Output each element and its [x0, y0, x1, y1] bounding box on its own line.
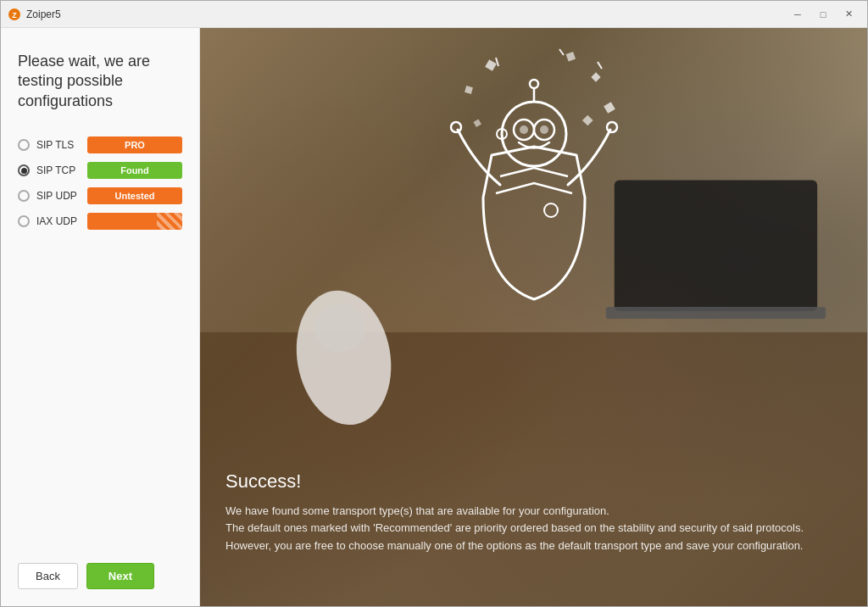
back-button[interactable]: Back — [18, 563, 78, 589]
success-text-3: However, you are free to choose manually… — [225, 539, 803, 552]
label-iax-udp: IAX UDP — [36, 215, 81, 227]
svg-point-27 — [530, 80, 538, 88]
main-content: Please wait, we are testing possible con… — [1, 28, 867, 606]
success-content: Success! We have found some transport ty… — [225, 471, 842, 555]
mascot-svg — [441, 45, 627, 308]
left-panel: Please wait, we are testing possible con… — [1, 28, 200, 606]
svg-rect-7 — [486, 61, 495, 70]
status-sip-tls: PRO — [87, 136, 182, 153]
main-window: Z Zoiper5 ─ □ ✕ Please wait, we are test… — [0, 0, 868, 607]
label-sip-tls: SIP TLS — [36, 139, 81, 151]
titlebar-left: Z Zoiper5 — [8, 8, 61, 21]
next-button[interactable]: Next — [86, 563, 154, 589]
app-icon: Z — [8, 8, 21, 21]
svg-rect-9 — [592, 74, 598, 81]
config-item-iax-udp[interactable]: IAX UDP — [18, 213, 182, 230]
config-list: SIP TLS PRO SIP TCP Found SIP UDP — [18, 136, 182, 549]
svg-point-20 — [520, 125, 528, 134]
success-text-1: We have found some transport type(s) tha… — [225, 504, 609, 517]
radio-sip-tls[interactable] — [18, 139, 30, 151]
loading-stripes — [157, 213, 182, 230]
close-button[interactable]: ✕ — [837, 5, 860, 24]
svg-point-28 — [544, 203, 558, 217]
svg-line-15 — [559, 49, 564, 55]
status-iax-udp — [87, 213, 182, 230]
svg-text:Z: Z — [12, 11, 17, 19]
panel-title: Please wait, we are testing possible con… — [18, 52, 182, 111]
maximize-button[interactable]: □ — [811, 5, 835, 24]
radio-sip-tcp[interactable] — [18, 164, 30, 176]
radio-sip-udp[interactable] — [18, 190, 30, 202]
success-text: We have found some transport type(s) tha… — [225, 503, 842, 555]
titlebar: Z Zoiper5 ─ □ ✕ — [1, 1, 867, 28]
window-controls: ─ □ ✕ — [786, 5, 860, 24]
right-panel: Success! We have found some transport ty… — [200, 28, 867, 606]
svg-point-24 — [451, 122, 461, 132]
svg-rect-10 — [465, 86, 471, 92]
svg-rect-8 — [566, 53, 574, 60]
svg-rect-12 — [474, 120, 480, 126]
svg-rect-11 — [604, 103, 614, 113]
svg-line-14 — [496, 58, 498, 66]
status-sip-udp: Untested — [87, 187, 182, 204]
config-item-sip-tls[interactable]: SIP TLS PRO — [18, 136, 182, 153]
success-title: Success! — [225, 471, 842, 493]
label-sip-udp: SIP UDP — [36, 190, 81, 202]
svg-rect-4 — [606, 307, 826, 319]
svg-rect-3 — [615, 180, 817, 311]
svg-point-21 — [540, 125, 548, 134]
svg-line-16 — [598, 62, 602, 69]
footer-buttons: Back Next — [18, 549, 182, 589]
success-text-2: The default ones marked with 'Recommende… — [225, 521, 804, 534]
minimize-button[interactable]: ─ — [786, 5, 810, 24]
status-sip-tcp: Found — [87, 162, 182, 179]
svg-point-25 — [607, 122, 617, 132]
svg-rect-13 — [583, 116, 592, 125]
config-item-sip-tcp[interactable]: SIP TCP Found — [18, 162, 182, 179]
radio-iax-udp[interactable] — [18, 215, 30, 227]
config-item-sip-udp[interactable]: SIP UDP Untested — [18, 187, 182, 204]
app-title: Zoiper5 — [26, 8, 61, 20]
label-sip-tcp: SIP TCP — [36, 164, 81, 176]
